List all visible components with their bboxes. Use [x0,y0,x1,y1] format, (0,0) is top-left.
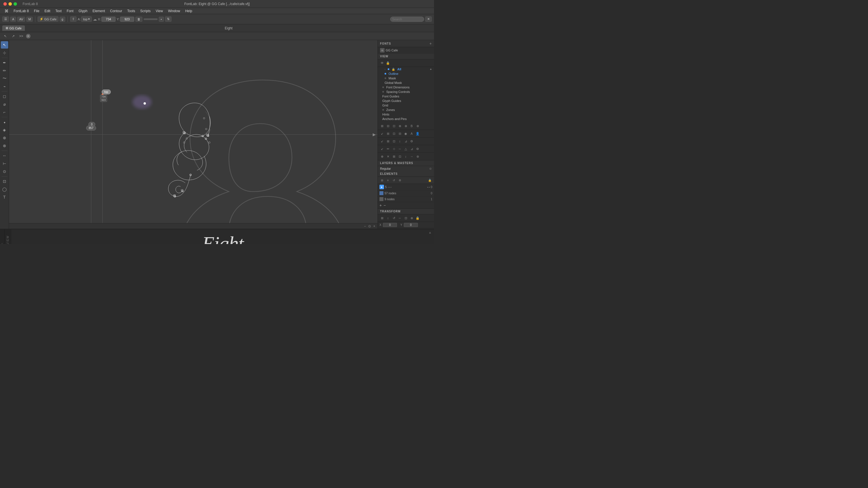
double-arrow-tool[interactable]: >> [18,33,24,39]
view-item-hints[interactable]: Hints [378,112,434,117]
close-panel-btn[interactable]: ✕ [425,17,432,22]
zoom-tool[interactable]: ⊡ [1,177,8,185]
transform-icon-5[interactable]: ⊡ [403,216,408,221]
transform-icon-2[interactable]: ↕ [385,216,391,221]
play-button[interactable]: ▶ [373,132,376,137]
align-dropdown[interactable]: top ▾ [81,17,92,22]
tool-icon-14[interactable]: 👤 [415,131,420,136]
menu-edit[interactable]: Edit [42,8,53,13]
view-eye-icon[interactable]: 👁 [379,60,384,66]
view-item-outline[interactable]: Outline [378,71,434,76]
canvas-area[interactable]: ! top 734 923 0 857 ▶ − ⊙ + [9,40,377,229]
zoom-in-btn[interactable]: + [373,224,375,228]
font-selector[interactable]: ⚡ GG Cafe [38,17,58,22]
zoom-out-btn[interactable]: − [364,224,366,228]
menu-window[interactable]: Window [166,8,183,13]
view-item-glyph-guides[interactable]: Glyph Guides [378,99,434,103]
elem-grid-btn[interactable]: ⊞ [379,177,384,183]
tool-icon-22[interactable]: ✏ [385,146,391,151]
menu-view[interactable]: View [153,8,165,13]
transform-icon-7[interactable]: 🔒 [415,216,420,221]
node-edit-tool[interactable]: ⊹ [1,49,8,57]
pointer-tool[interactable]: ↖ [1,41,8,48]
tool-icon-8[interactable]: ↙ [379,131,384,136]
arrow-tool[interactable]: ↖ [2,33,8,39]
corner-tool[interactable]: ⌐ [1,108,8,116]
menu-scripts[interactable]: Scripts [138,8,153,13]
delete-node-btn[interactable]: 🗑 [135,17,143,22]
tool-icon-26[interactable]: ⊿ [409,146,414,151]
regular-layer-row[interactable]: Regular ⚙ [378,166,434,171]
glyph-tab[interactable]: ⊞ GG Cafe [2,25,25,31]
menu-text[interactable]: Text [53,8,64,13]
hand-tool[interactable]: ◯ [1,186,8,193]
fill-tool[interactable]: ◈ [1,126,8,134]
add-icon[interactable]: + [430,67,432,71]
preview-toggle-panel[interactable]: PREVIEW [4,229,11,244]
traffic-lights[interactable] [3,2,17,6]
tool-icon-1[interactable]: ⊞ [379,123,384,129]
node-tool[interactable]: ↗ [10,33,17,39]
layer-settings-icon[interactable]: ⚙ [429,167,432,170]
preview-collapse-btn[interactable]: ▲ [428,230,432,234]
tool-icon-21[interactable]: ↙ [379,146,384,151]
menu-tools[interactable]: Tools [125,8,137,13]
element-row-detail-2[interactable]: 9 nodes 1 [378,196,434,202]
tool-icon-20[interactable]: ⚙ [409,139,414,144]
node-icon-7[interactable]: ⊛ [415,154,420,159]
kerning-btn[interactable]: AV [17,17,25,22]
transform-icon-4[interactable]: ↔ [397,216,402,221]
tool-icon-11[interactable]: ⊟ [397,131,402,136]
elem-list-btn[interactable]: ≡ [385,177,391,183]
y-transform-input[interactable] [404,223,418,227]
tool-icon-13[interactable]: A [409,131,414,136]
text-tool-left[interactable]: T [1,193,8,201]
pen-tool[interactable]: ✒ [1,59,8,66]
view-item-all[interactable]: · 🔒 All + [378,67,434,71]
elem-lock-btn[interactable]: 🔒 [427,177,432,183]
zoom-fit-btn[interactable]: ⊙ [368,224,371,228]
menu-fontlab[interactable]: FontLab 8 [11,8,31,13]
pencil-tool[interactable]: ✏ [1,67,8,74]
tool-icon-15[interactable]: ↙ [379,139,384,144]
spiro-tool[interactable]: 〜 [1,75,8,82]
elem-settings-btn[interactable]: ⚙ [397,177,402,183]
x-transform-input[interactable] [383,223,397,227]
close-subtool[interactable]: ✕ [26,34,31,38]
view-item-global-mask[interactable]: Global Mask [378,80,434,85]
menu-contour[interactable]: Contour [108,8,125,13]
tool-icon-19[interactable]: ⊿ [403,139,408,144]
menu-glyph[interactable]: Glyph [76,8,90,13]
tool-icon-16[interactable]: ⊞ [385,139,391,144]
tool-icon-23[interactable]: ⊹ [391,146,396,151]
view-item-font-dim[interactable]: Font Dimensions [378,85,434,90]
node-icon-5[interactable]: ↕ [403,154,408,159]
maximize-button[interactable] [13,2,17,6]
view-item-mask[interactable]: Mask [378,76,434,80]
view-item-zones[interactable]: Zones [378,107,434,112]
knife-tool[interactable]: ⌀ [1,101,8,108]
minimize-button[interactable] [8,2,12,6]
stamp-tool[interactable]: ⊗ [1,142,8,150]
preview-resize-handle[interactable]: ≡ [0,229,4,244]
search-input[interactable] [390,17,424,22]
x-input[interactable] [101,17,116,22]
node-icon-3[interactable]: ⊞ [391,154,396,159]
elem-refresh-btn[interactable]: ↺ [391,177,396,183]
tool-icon-7[interactable]: ⊛ [415,123,420,129]
tool-icon-24[interactable]: ↔ [397,146,402,151]
eraser-tool[interactable]: ◻ [1,93,8,100]
arrows-btn[interactable]: ⇅ [165,17,172,22]
node-icon-1[interactable]: ⊕ [379,154,384,159]
view-item-anchors[interactable]: Anchors and Pins [378,117,434,121]
transform-icon-6[interactable]: ⊗ [409,216,414,221]
brush-tool[interactable]: ⌁ [1,83,8,90]
sidebar-toggle[interactable]: ☰ [2,17,9,22]
menu-file[interactable]: File [32,8,41,13]
view-item-grid[interactable]: Grid [378,103,434,107]
tool-icon-25[interactable]: △ [403,146,408,151]
tool-icon-9[interactable]: ⊞ [385,131,391,136]
tool-icon-6[interactable]: B [409,123,414,129]
transform-icon-3[interactable]: ↺ [391,216,396,221]
remove-element-btn[interactable]: − [383,203,386,207]
